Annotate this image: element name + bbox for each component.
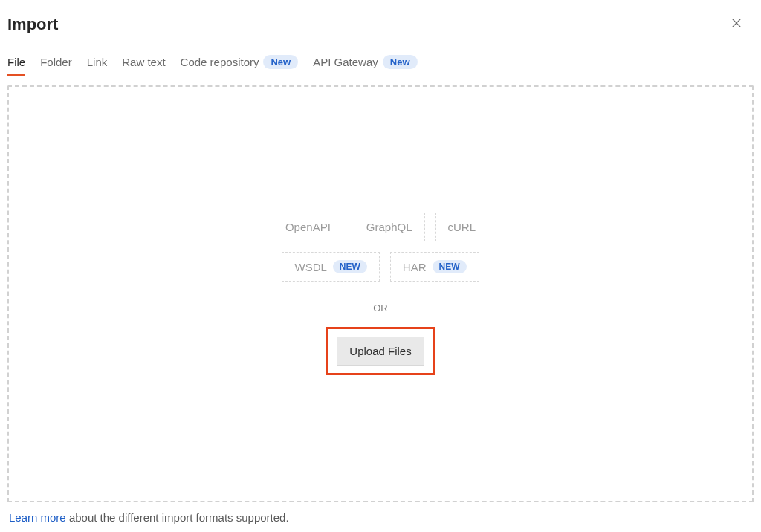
format-label: WSDL (294, 261, 326, 273)
new-badge: New (263, 55, 298, 69)
close-icon[interactable] (730, 16, 752, 33)
import-tabs: File Folder Link Raw text Code repositor… (0, 34, 761, 77)
format-curl: cURL (435, 213, 489, 241)
footer-text: Learn more about the different import fo… (0, 502, 761, 524)
formats-row-2: WSDL NEW HAR NEW (282, 252, 479, 282)
tab-code-repository[interactable]: Code repository New (181, 55, 299, 77)
tab-folder[interactable]: Folder (40, 56, 72, 76)
format-wsdl: WSDL NEW (282, 252, 379, 282)
upload-highlight: Upload Files (326, 327, 435, 375)
footer-suffix: about the different import formats suppo… (66, 511, 289, 524)
tab-link[interactable]: Link (87, 56, 108, 76)
tab-label: Raw text (122, 56, 165, 68)
tab-file[interactable]: File (7, 56, 25, 76)
learn-more-link[interactable]: Learn more (9, 511, 66, 524)
format-label: GraphQL (366, 221, 412, 233)
format-label: cURL (448, 221, 476, 233)
tab-api-gateway[interactable]: API Gateway New (313, 55, 417, 77)
new-badge: NEW (433, 260, 467, 273)
upload-files-button[interactable]: Upload Files (337, 337, 424, 366)
format-label: OpenAPI (285, 221, 331, 233)
tab-label: Code repository (181, 56, 259, 68)
tab-raw-text[interactable]: Raw text (122, 56, 165, 76)
tab-label: Folder (40, 56, 72, 68)
tab-label: File (7, 56, 25, 68)
format-graphql: GraphQL (354, 213, 425, 241)
tab-label: Link (87, 56, 108, 68)
format-label: HAR (403, 261, 427, 273)
new-badge: NEW (333, 260, 367, 273)
new-badge: New (383, 55, 418, 69)
format-openapi: OpenAPI (273, 213, 343, 241)
format-har: HAR NEW (390, 252, 479, 282)
page-title: Import (7, 15, 58, 34)
or-separator: OR (373, 302, 388, 314)
tab-label: API Gateway (313, 56, 378, 68)
dropzone[interactable]: OpenAPI GraphQL cURL WSDL NEW HAR NEW OR… (7, 85, 754, 502)
formats-row-1: OpenAPI GraphQL cURL (273, 213, 488, 241)
